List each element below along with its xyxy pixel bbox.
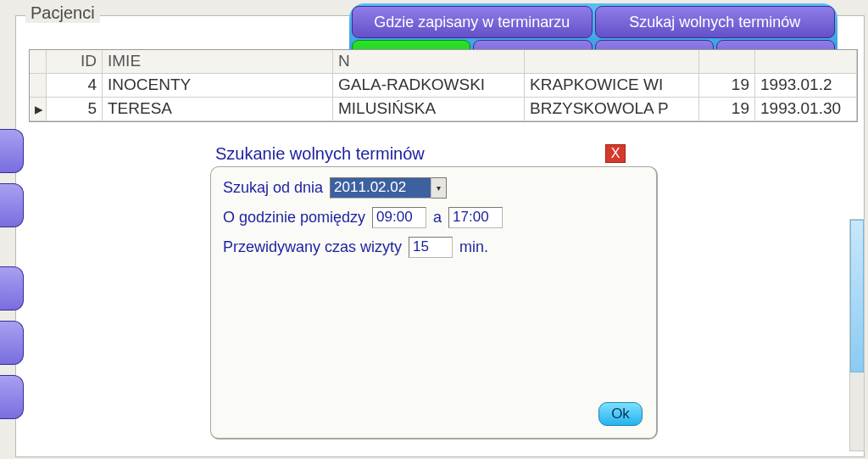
cell-imie: TERESA (103, 98, 333, 121)
cell-id: 4 (47, 74, 103, 98)
patients-grid: ID IMIE N 4 INOCENTY GALA-RADKOWSKI KRAP… (29, 49, 858, 122)
date-label: Szukaj od dnia (223, 179, 323, 197)
cell-id: 5 (47, 98, 103, 121)
duration-input[interactable]: 15 (409, 237, 453, 258)
cell-num: 19 (699, 74, 755, 98)
col-date[interactable] (755, 50, 857, 74)
cell-num: 19 (699, 98, 755, 121)
cell-nazw: GALA-RADKOWSKI (333, 74, 525, 98)
side-tab-5[interactable] (0, 375, 24, 419)
duration-unit: min. (459, 238, 488, 256)
duration-label: Przewidywany czas wizyty (223, 238, 402, 256)
time-label: O godzinie pomiędzy (223, 209, 365, 227)
cell-date: 1993.01.30 (755, 98, 857, 121)
table-row[interactable]: 4 INOCENTY GALA-RADKOWSKI KRAPKOWICE WI … (30, 74, 857, 98)
cell-nazw: MILUSIŃSKA (333, 98, 525, 121)
button-label: Ok (611, 406, 630, 422)
row-marker: ▸ (30, 98, 47, 121)
cell-date: 1993.01.2 (755, 74, 857, 98)
ok-button[interactable]: Ok (598, 402, 643, 426)
button-label: Szukaj wolnych terminów (629, 14, 800, 31)
cell-mias: BRZYSKOWOLA P (525, 98, 699, 121)
cell-imie: INOCENTY (103, 74, 333, 98)
find-free-slots-button[interactable]: Szukaj wolnych terminów (595, 6, 836, 38)
scrollbar-thumb[interactable] (850, 220, 864, 372)
row-marker (30, 74, 47, 98)
col-nazw[interactable]: N (333, 50, 525, 74)
find-in-scheduler-button[interactable]: Gdzie zapisany w terminarzu (352, 6, 593, 38)
col-imie[interactable]: IMIE (103, 50, 333, 74)
search-slots-dialog: Szukaj od dnia 2011.02.02 ▾ O godzinie p… (210, 166, 658, 439)
grid-header: ID IMIE N (30, 50, 857, 74)
date-input[interactable]: 2011.02.02 (330, 177, 431, 199)
col-marker (30, 50, 47, 74)
time-sep: a (433, 209, 442, 227)
side-tab-2[interactable] (0, 183, 24, 227)
table-row[interactable]: ▸ 5 TERESA MILUSIŃSKA BRZYSKOWOLA P 19 1… (30, 98, 857, 121)
cell-mias: KRAPKOWICE WI (525, 74, 699, 98)
dialog-title: Szukanie wolnych terminów (215, 144, 425, 164)
vertical-scrollbar[interactable] (849, 219, 865, 451)
col-num[interactable] (699, 50, 755, 74)
side-tab-1[interactable] (0, 129, 24, 173)
side-tab-4[interactable] (0, 321, 24, 365)
dialog-close-button[interactable]: X (605, 144, 626, 163)
button-label: Gdzie zapisany w terminarzu (374, 14, 570, 31)
side-tab-3[interactable] (0, 266, 24, 311)
frame-title: Pacjenci (25, 3, 100, 23)
time-from-input[interactable]: 09:00 (372, 207, 426, 228)
close-icon: X (611, 146, 620, 160)
chevron-down-icon: ▾ (437, 183, 441, 193)
col-id[interactable]: ID (47, 50, 103, 74)
col-mias[interactable] (525, 50, 699, 74)
date-dropdown-button[interactable]: ▾ (431, 177, 447, 199)
time-to-input[interactable]: 17:00 (448, 207, 503, 228)
